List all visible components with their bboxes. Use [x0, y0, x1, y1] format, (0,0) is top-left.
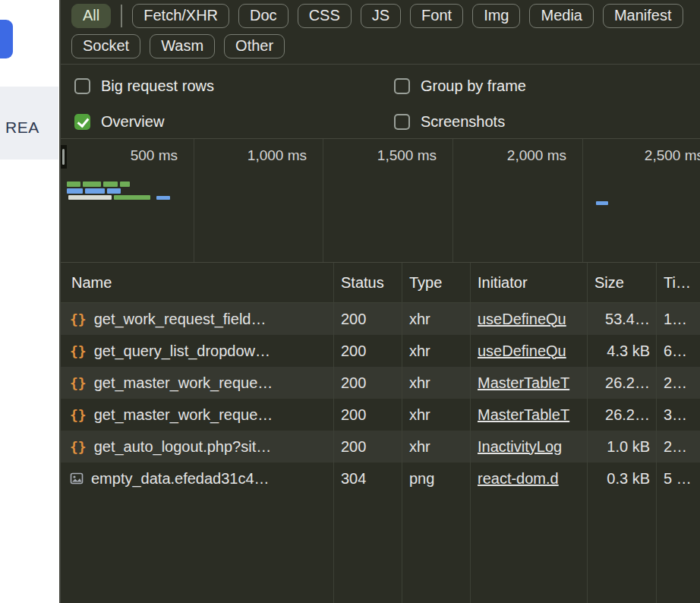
- checkbox[interactable]: [394, 114, 410, 130]
- request-status: 200: [333, 343, 402, 360]
- checkbox[interactable]: [74, 78, 90, 94]
- image-icon: [70, 472, 84, 485]
- request-type: xhr: [402, 343, 470, 360]
- table-body: {} get_work_request_field… 200 xhr useDe…: [61, 303, 700, 494]
- request-time: 2…: [656, 438, 700, 456]
- filter-pill[interactable]: Other: [224, 34, 285, 58]
- request-initiator-cell: useDefineQu: [470, 343, 587, 360]
- column-header[interactable]: Initiator: [470, 274, 587, 292]
- request-size: 26.2…: [587, 374, 656, 392]
- request-type: xhr: [402, 406, 470, 424]
- checkbox[interactable]: [394, 78, 410, 94]
- request-row[interactable]: {} get_auto_logout.php?sit… 200 xhr Inac…: [61, 431, 700, 463]
- option-row[interactable]: Overview: [74, 112, 394, 131]
- request-time: 2…: [656, 374, 700, 392]
- xhr-icon: {}: [70, 343, 87, 359]
- request-type: xhr: [402, 374, 470, 392]
- column-header[interactable]: Name: [61, 274, 333, 292]
- initiator-link[interactable]: MasterTableT: [478, 406, 569, 423]
- network-filter-bar: AllFetch/XHRDocCSSJSFontImgMediaManifest…: [61, 0, 700, 65]
- column-header[interactable]: Status: [333, 274, 402, 292]
- request-row[interactable]: {} get_master_work_reque… 200 xhr Master…: [61, 399, 700, 431]
- filter-pill[interactable]: Wasm: [150, 34, 215, 58]
- waterfall-bar: [67, 188, 83, 194]
- option-row[interactable]: Big request rows: [74, 77, 394, 95]
- checkbox-label: Overview: [101, 113, 164, 131]
- filter-pill[interactable]: Media: [529, 4, 593, 28]
- initiator-link[interactable]: useDefineQu: [478, 343, 566, 359]
- initiator-link[interactable]: MasterTableT: [478, 374, 569, 391]
- checkbox-label: Big request rows: [101, 77, 214, 95]
- network-options-bar: Big request rows Group by frame Overview…: [61, 65, 700, 139]
- option-row[interactable]: Group by frame: [394, 77, 700, 95]
- request-name-cell: {} get_query_list_dropdow…: [61, 343, 333, 360]
- request-initiator-cell: InactivityLog: [470, 438, 587, 456]
- request-time: 5 …: [656, 470, 700, 488]
- background-page-strip: REA: [0, 0, 59, 603]
- background-page-button-fragment: [0, 20, 13, 58]
- request-time: 3…: [656, 406, 700, 424]
- request-initiator-cell: react-dom.d: [470, 470, 587, 488]
- column-header[interactable]: Ti…: [656, 274, 700, 292]
- request-name-cell: empty_data.efedad31c4…: [61, 470, 333, 488]
- checkbox-label: Group by frame: [421, 77, 526, 95]
- request-name-cell: {} get_work_request_field…: [61, 311, 333, 328]
- request-name: get_master_work_reque…: [94, 406, 273, 424]
- request-size: 53.4…: [587, 311, 656, 328]
- request-name: get_query_list_dropdow…: [94, 343, 270, 360]
- requests-table: NameStatusTypeInitiatorSizeTi… {} get_wo…: [61, 263, 700, 603]
- option-row[interactable]: Screenshots: [394, 112, 700, 131]
- devtools-network-panel: AllFetch/XHRDocCSSJSFontImgMediaManifest…: [59, 0, 700, 603]
- filter-pill[interactable]: Manifest: [603, 4, 683, 28]
- column-separator: [402, 263, 402, 603]
- request-row[interactable]: {} get_master_work_reque… 200 xhr Master…: [61, 367, 700, 399]
- column-separator: [470, 263, 471, 603]
- column-separator: [656, 263, 657, 603]
- filter-separator: [121, 5, 122, 27]
- request-name-cell: {} get_master_work_reque…: [61, 406, 333, 424]
- request-status: 200: [333, 438, 402, 456]
- waterfall-bar: [103, 182, 118, 187]
- checkbox-label: Screenshots: [421, 113, 505, 131]
- background-page-card: REA: [0, 87, 58, 159]
- request-initiator-cell: MasterTableT: [470, 406, 587, 424]
- request-time: 1…: [656, 311, 700, 328]
- filter-pill[interactable]: All: [71, 4, 111, 28]
- request-row[interactable]: {} get_query_list_dropdow… 200 xhr useDe…: [61, 335, 700, 367]
- request-initiator-cell: MasterTableT: [470, 374, 587, 392]
- xhr-icon: {}: [70, 311, 87, 327]
- screen: REA AllFetch/XHRDocCSSJSFontImgMediaMani…: [0, 0, 700, 603]
- request-name: empty_data.efedad31c4…: [91, 470, 270, 488]
- request-name: get_work_request_field…: [94, 311, 266, 328]
- column-header[interactable]: Size: [587, 274, 656, 292]
- filter-pill[interactable]: CSS: [298, 4, 352, 28]
- request-status: 200: [333, 374, 402, 392]
- request-name-cell: {} get_master_work_reque…: [61, 374, 333, 392]
- column-header[interactable]: Type: [402, 274, 470, 292]
- filter-pill[interactable]: Doc: [238, 4, 289, 28]
- request-size: 26.2…: [587, 406, 656, 424]
- request-status: 200: [333, 406, 402, 424]
- request-name: get_auto_logout.php?sit…: [94, 438, 272, 456]
- background-page-partial-text: REA: [5, 118, 39, 137]
- initiator-link[interactable]: useDefineQu: [478, 311, 566, 327]
- timeline-tick-label: 2,500 ms: [537, 147, 700, 164]
- column-separator: [333, 263, 334, 603]
- filter-pill[interactable]: Socket: [71, 34, 140, 58]
- initiator-link[interactable]: InactivityLog: [478, 438, 562, 455]
- filter-pill[interactable]: Img: [472, 4, 520, 28]
- waterfall-bar: [120, 182, 130, 187]
- filter-pill[interactable]: JS: [361, 4, 401, 28]
- request-row[interactable]: empty_data.efedad31c4… 304 png react-dom…: [61, 463, 700, 494]
- filter-pill[interactable]: Font: [410, 4, 463, 28]
- request-size: 4.3 kB: [587, 343, 656, 360]
- checkbox[interactable]: [74, 114, 90, 130]
- waterfall-bar: [85, 188, 105, 194]
- network-overview-timeline[interactable]: 500 ms1,000 ms1,500 ms2,000 ms2,500 ms: [61, 139, 700, 263]
- xhr-icon: {}: [70, 375, 87, 391]
- waterfall-bar: [156, 196, 170, 200]
- waterfall-bar: [83, 182, 101, 187]
- request-row[interactable]: {} get_work_request_field… 200 xhr useDe…: [61, 303, 700, 335]
- filter-pill[interactable]: Fetch/XHR: [132, 4, 229, 28]
- initiator-link[interactable]: react-dom.d: [478, 470, 559, 487]
